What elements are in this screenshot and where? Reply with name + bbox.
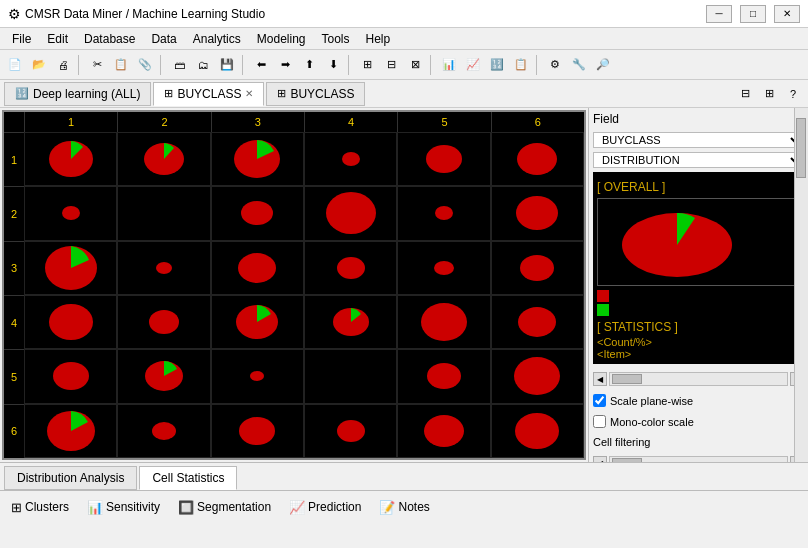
tool-prediction[interactable]: 📈 Prediction bbox=[282, 497, 368, 518]
tb-copy[interactable]: 📋 bbox=[110, 54, 132, 76]
cell-1-6[interactable] bbox=[491, 132, 584, 186]
horizontal-scrollbar[interactable]: ◀ ▶ bbox=[593, 372, 804, 386]
field-select[interactable]: BUYCLASS bbox=[593, 132, 804, 148]
close-button[interactable]: ✕ bbox=[774, 5, 800, 23]
cell-6-3[interactable] bbox=[211, 404, 304, 458]
tb-print[interactable]: 🖨 bbox=[52, 54, 74, 76]
cell-6-5[interactable] bbox=[397, 404, 490, 458]
tab-cell-statistics[interactable]: Cell Statistics bbox=[139, 466, 237, 490]
menu-database[interactable]: Database bbox=[76, 30, 143, 48]
cell-1-2[interactable] bbox=[117, 132, 210, 186]
scale-planewise-checkbox[interactable] bbox=[593, 394, 606, 407]
tb-arr1[interactable]: ⬅ bbox=[250, 54, 272, 76]
right-scroll-thumb[interactable] bbox=[796, 118, 806, 178]
tb-db2[interactable]: 🗂 bbox=[192, 54, 214, 76]
cell-2-1[interactable] bbox=[24, 186, 117, 240]
tb-anal2[interactable]: 📈 bbox=[462, 54, 484, 76]
tb-anal3[interactable]: 🔢 bbox=[486, 54, 508, 76]
tb-db1[interactable]: 🗃 bbox=[168, 54, 190, 76]
cell-2-5[interactable] bbox=[397, 186, 490, 240]
tool-sensitivity[interactable]: 📊 Sensitivity bbox=[80, 497, 167, 518]
tb-anal4[interactable]: 📋 bbox=[510, 54, 532, 76]
cell-5-1[interactable] bbox=[24, 349, 117, 403]
cell-5-3[interactable] bbox=[211, 349, 304, 403]
tb-tool3[interactable]: 🔎 bbox=[592, 54, 614, 76]
tb-db3[interactable]: 💾 bbox=[216, 54, 238, 76]
tb-anal1[interactable]: 📊 bbox=[438, 54, 460, 76]
tab-buyclass1-close[interactable]: ✕ bbox=[245, 88, 253, 99]
cell-4-2[interactable] bbox=[117, 295, 210, 349]
maximize-button[interactable]: □ bbox=[740, 5, 766, 23]
cell-4-6[interactable] bbox=[491, 295, 584, 349]
cell-3-3[interactable] bbox=[211, 241, 304, 295]
tb-paste[interactable]: 📎 bbox=[134, 54, 156, 76]
tool-segmentation[interactable]: 🔲 Segmentation bbox=[171, 497, 278, 518]
tab-help-icon[interactable]: ? bbox=[782, 83, 804, 105]
tb-arr4[interactable]: ⬇ bbox=[322, 54, 344, 76]
cell-3-1[interactable] bbox=[24, 241, 117, 295]
cell-filter-scrollbar[interactable]: ◀ ▶ bbox=[593, 456, 804, 462]
cell-2-2[interactable] bbox=[117, 186, 210, 240]
cell-5-5[interactable] bbox=[397, 349, 490, 403]
minimize-button[interactable]: ─ bbox=[706, 5, 732, 23]
tab-distribution-analysis[interactable]: Distribution Analysis bbox=[4, 466, 137, 490]
cell-3-5[interactable] bbox=[397, 241, 490, 295]
tab-expand-icon[interactable]: ⊞ bbox=[758, 83, 780, 105]
tool-notes[interactable]: 📝 Notes bbox=[372, 497, 436, 518]
tb-grid1[interactable]: ⊞ bbox=[356, 54, 378, 76]
cell-5-6[interactable] bbox=[491, 349, 584, 403]
cell-5-2[interactable] bbox=[117, 349, 210, 403]
cell-4-5[interactable] bbox=[397, 295, 490, 349]
cell-4-4[interactable] bbox=[304, 295, 397, 349]
tb-grid2[interactable]: ⊟ bbox=[380, 54, 402, 76]
scroll-thumb[interactable] bbox=[612, 374, 642, 384]
tb-new[interactable]: 📄 bbox=[4, 54, 26, 76]
tb-open[interactable]: 📂 bbox=[28, 54, 50, 76]
scroll-track[interactable] bbox=[609, 372, 788, 386]
tb-tool1[interactable]: ⚙ bbox=[544, 54, 566, 76]
cell-5-4[interactable] bbox=[304, 349, 397, 403]
tab-deeplearning[interactable]: 🔢 Deep learning (ALL) bbox=[4, 82, 151, 106]
cell-3-2[interactable] bbox=[117, 241, 210, 295]
cell-2-6[interactable] bbox=[491, 186, 584, 240]
svg-point-21 bbox=[421, 303, 467, 341]
tb-sep4 bbox=[348, 55, 352, 75]
tb-cut[interactable]: ✂ bbox=[86, 54, 108, 76]
cell-3-4[interactable] bbox=[304, 241, 397, 295]
menu-tools[interactable]: Tools bbox=[314, 30, 358, 48]
cell-1-1[interactable] bbox=[24, 132, 117, 186]
cell-2-4[interactable] bbox=[304, 186, 397, 240]
cell-1-3[interactable] bbox=[211, 132, 304, 186]
cell-3-6[interactable] bbox=[491, 241, 584, 295]
menu-edit[interactable]: Edit bbox=[39, 30, 76, 48]
cell-filter-scroll-thumb[interactable] bbox=[612, 458, 642, 462]
cell-4-3[interactable] bbox=[211, 295, 304, 349]
tab-tile-icon[interactable]: ⊟ bbox=[734, 83, 756, 105]
tb-arr2[interactable]: ➡ bbox=[274, 54, 296, 76]
cell-6-4[interactable] bbox=[304, 404, 397, 458]
menu-file[interactable]: File bbox=[4, 30, 39, 48]
distribution-select[interactable]: DISTRIBUTION bbox=[593, 152, 804, 168]
cell-1-4[interactable] bbox=[304, 132, 397, 186]
mono-color-checkbox[interactable] bbox=[593, 415, 606, 428]
cell-6-2[interactable] bbox=[117, 404, 210, 458]
menu-help[interactable]: Help bbox=[358, 30, 399, 48]
tb-grid3[interactable]: ⊠ bbox=[404, 54, 426, 76]
tb-arr3[interactable]: ⬆ bbox=[298, 54, 320, 76]
cell-2-3[interactable] bbox=[211, 186, 304, 240]
menu-data[interactable]: Data bbox=[143, 30, 184, 48]
tab-buyclass1[interactable]: ⊞ BUYCLASS ✕ bbox=[153, 82, 264, 106]
cell-6-6[interactable] bbox=[491, 404, 584, 458]
scroll-left-btn[interactable]: ◀ bbox=[593, 372, 607, 386]
tb-tool2[interactable]: 🔧 bbox=[568, 54, 590, 76]
cell-filter-scroll-left[interactable]: ◀ bbox=[593, 456, 607, 462]
menu-modeling[interactable]: Modeling bbox=[249, 30, 314, 48]
tool-clusters[interactable]: ⊞ Clusters bbox=[4, 497, 76, 518]
cell-4-1[interactable] bbox=[24, 295, 117, 349]
menu-analytics[interactable]: Analytics bbox=[185, 30, 249, 48]
right-panel-scrollbar[interactable] bbox=[794, 108, 808, 462]
cell-6-1[interactable] bbox=[24, 404, 117, 458]
cell-filter-scroll-track[interactable] bbox=[609, 456, 788, 462]
cell-1-5[interactable] bbox=[397, 132, 490, 186]
tab-buyclass2[interactable]: ⊞ BUYCLASS bbox=[266, 82, 365, 106]
